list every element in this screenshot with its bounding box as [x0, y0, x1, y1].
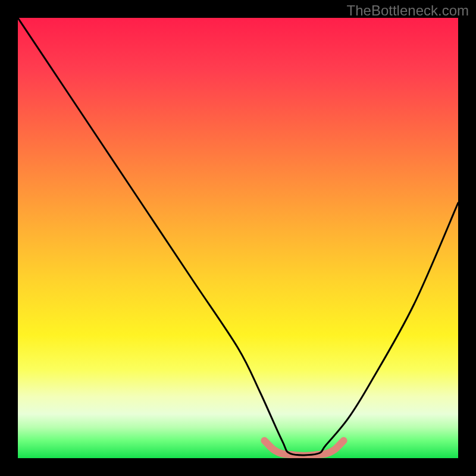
watermark-text: TheBottleneck.com: [347, 2, 469, 19]
valley-highlight-path: [264, 440, 343, 455]
curve-layer: [18, 18, 458, 458]
chart-frame: TheBottleneck.com: [0, 0, 476, 476]
plot-area: [18, 18, 458, 458]
bottleneck-curve-path: [18, 18, 458, 455]
